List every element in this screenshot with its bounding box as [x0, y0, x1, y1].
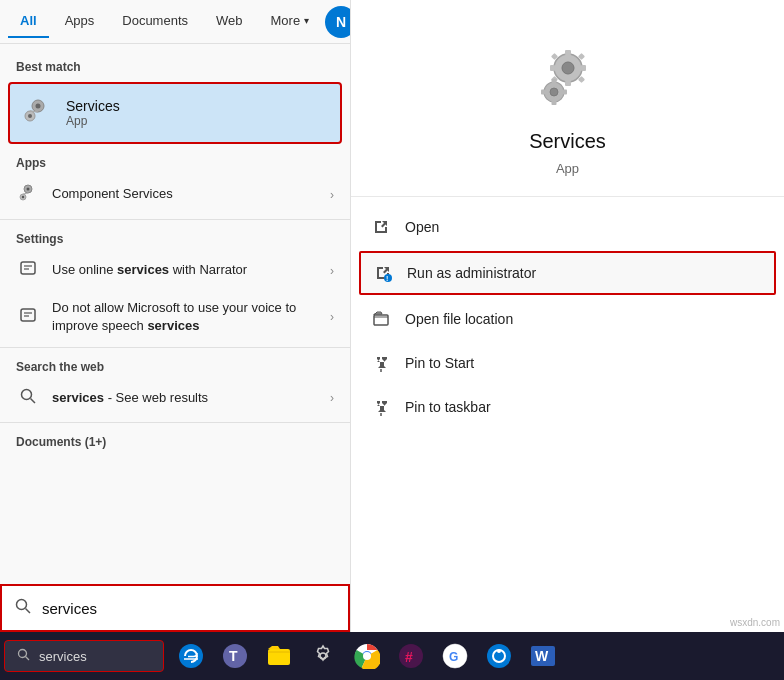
divider-2 — [0, 347, 350, 348]
divider-3 — [0, 422, 350, 423]
settings-section-label: Settings — [0, 224, 350, 250]
svg-rect-23 — [565, 81, 571, 86]
svg-rect-35 — [563, 90, 567, 95]
search-icon — [16, 387, 40, 410]
list-item-web-search[interactable]: services - See web results › — [0, 378, 350, 418]
svg-point-21 — [562, 62, 574, 74]
open-label: Open — [405, 219, 439, 235]
pin-to-taskbar-label: Pin to taskbar — [405, 399, 491, 415]
search-panel: All Apps Documents Web More ▾ N ··· ✕ Be… — [0, 0, 350, 632]
taskbar-explorer[interactable] — [258, 635, 300, 677]
svg-rect-32 — [551, 79, 556, 83]
chevron-right-icon-2: › — [330, 264, 334, 278]
open-icon — [371, 217, 391, 237]
action-pin-to-start[interactable]: Pin to Start — [351, 341, 784, 385]
search-bar — [0, 584, 350, 632]
svg-point-47 — [320, 653, 326, 659]
svg-point-50 — [363, 652, 371, 660]
detail-services-icon — [532, 40, 604, 122]
divider-1 — [0, 219, 350, 220]
best-match-text: Services App — [66, 98, 120, 128]
taskbar-edge[interactable] — [170, 635, 212, 677]
nav-tabs: All Apps Documents Web More ▾ N ··· ✕ — [0, 0, 350, 44]
svg-point-6 — [27, 188, 30, 191]
taskbar-teams[interactable]: T — [214, 635, 256, 677]
svg-point-57 — [497, 649, 501, 653]
tab-all[interactable]: All — [8, 5, 49, 38]
svg-point-31 — [550, 88, 558, 96]
detail-app-name: Services — [529, 130, 606, 153]
web-search-text: services - See web results — [52, 389, 318, 407]
web-section-label: Search the web — [0, 352, 350, 378]
svg-point-18 — [17, 600, 27, 610]
svg-point-55 — [487, 644, 511, 668]
svg-point-41 — [19, 649, 27, 657]
taskbar-google[interactable]: G — [434, 635, 476, 677]
voice-text: Do not allow Microsoft to use your voice… — [52, 299, 318, 335]
svg-point-8 — [22, 196, 24, 198]
tab-more[interactable]: More ▾ — [259, 5, 322, 38]
taskbar-search[interactable]: services — [4, 640, 164, 672]
svg-point-3 — [28, 114, 32, 118]
svg-point-1 — [36, 104, 41, 109]
taskbar-settings[interactable] — [302, 635, 344, 677]
svg-line-19 — [26, 609, 31, 614]
svg-rect-46 — [268, 649, 290, 665]
pin-to-start-label: Pin to Start — [405, 355, 474, 371]
action-pin-to-taskbar[interactable]: Pin to taskbar — [351, 385, 784, 429]
svg-text:!: ! — [386, 275, 388, 282]
open-file-location-label: Open file location — [405, 311, 513, 327]
svg-text:T: T — [229, 648, 238, 664]
run-as-admin-label: Run as administrator — [407, 265, 536, 281]
svg-rect-24 — [550, 65, 555, 71]
svg-rect-22 — [565, 50, 571, 55]
search-bar-icon — [14, 597, 32, 619]
search-input[interactable] — [42, 600, 336, 617]
action-open[interactable]: Open — [351, 205, 784, 249]
list-item-narrator[interactable]: Use online services with Narrator › — [0, 250, 350, 291]
pin-taskbar-icon — [371, 397, 391, 417]
taskbar-word[interactable]: W — [522, 635, 564, 677]
chevron-right-icon: › — [330, 188, 334, 202]
svg-line-17 — [31, 398, 36, 403]
detail-app-type: App — [556, 161, 579, 176]
component-services-icon — [16, 182, 40, 207]
detail-panel: Services App Open ! — [350, 0, 784, 632]
taskbar-slack[interactable]: # — [390, 635, 432, 677]
tab-apps[interactable]: Apps — [53, 5, 107, 38]
documents-section-label: Documents (1+) — [0, 427, 350, 453]
svg-point-16 — [22, 389, 32, 399]
chevron-right-icon-4: › — [330, 391, 334, 405]
tab-web[interactable]: Web — [204, 5, 255, 38]
svg-text:W: W — [535, 648, 549, 664]
services-app-icon — [22, 94, 54, 132]
list-item-component-services[interactable]: Component Services › — [0, 174, 350, 215]
svg-rect-25 — [581, 65, 586, 71]
action-open-file-location[interactable]: Open file location — [351, 297, 784, 341]
svg-rect-34 — [541, 90, 545, 95]
action-list: Open ! Run as administrator — [351, 197, 784, 437]
narrator-text: Use online services with Narrator — [52, 261, 318, 279]
taskbar-vpn[interactable] — [478, 635, 520, 677]
action-run-as-admin[interactable]: ! Run as administrator — [359, 251, 776, 295]
chevron-right-icon-3: › — [330, 310, 334, 324]
svg-text:G: G — [449, 650, 458, 664]
taskbar-search-icon — [17, 648, 31, 665]
svg-line-9 — [23, 193, 28, 194]
taskbar-chrome[interactable] — [346, 635, 388, 677]
admin-icon: ! — [373, 263, 393, 283]
taskbar: services T — [0, 632, 784, 680]
best-match-name: Services — [66, 98, 120, 114]
svg-rect-13 — [21, 309, 35, 321]
apps-section-label: Apps — [0, 148, 350, 174]
svg-line-4 — [30, 111, 38, 112]
results-area: Best match Services App Apps — [0, 44, 350, 632]
pin-start-icon — [371, 353, 391, 373]
svg-text:#: # — [405, 649, 413, 665]
tab-documents[interactable]: Documents — [110, 5, 200, 38]
file-location-icon — [371, 309, 391, 329]
taskbar-search-text: services — [39, 649, 87, 664]
best-match-item[interactable]: Services App — [8, 82, 342, 144]
list-item-voice[interactable]: Do not allow Microsoft to use your voice… — [0, 291, 350, 343]
component-services-label: Component Services — [52, 185, 318, 203]
